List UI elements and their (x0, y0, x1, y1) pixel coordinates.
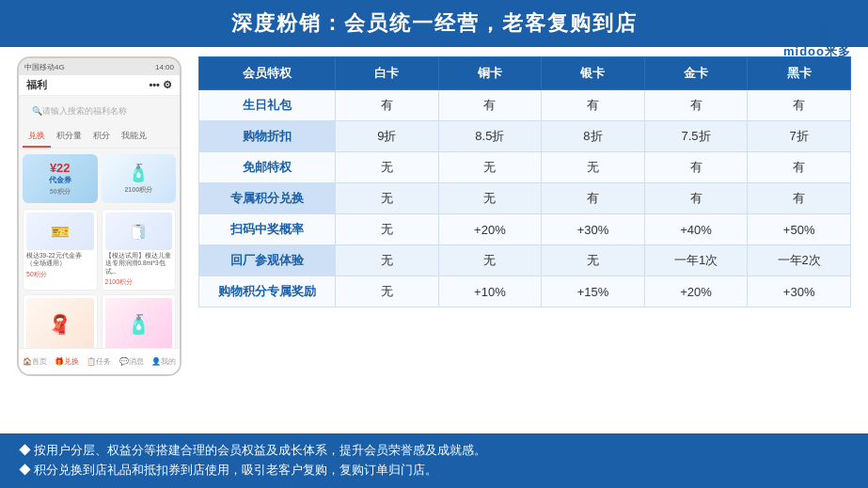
phone-carrier: 中国移动4G (24, 62, 65, 72)
table-cell-feature: 购物折扣 (199, 121, 336, 152)
table-cell-value: 一年2次 (748, 245, 851, 276)
table-cell-value: 无 (438, 245, 542, 276)
phone-nav-exchange[interactable]: 🎁兑换 (55, 356, 79, 367)
table-row: 专属积分兑换无无有有有 (199, 183, 851, 214)
table-cell-value: +30% (542, 214, 645, 245)
svg-point-0 (822, 9, 831, 19)
phone-card-coupon[interactable]: ¥22 代金券 50积分 (23, 154, 98, 203)
phone-tab-redeemable[interactable]: 我能兑 (116, 126, 152, 148)
table-cell-value: 有 (438, 90, 542, 121)
table-cell-feature: 生日礼包 (199, 90, 336, 121)
phone-tabs: 兑换 积分量 积分 我能兑 (19, 126, 180, 149)
table-cell-value: 有 (542, 183, 645, 214)
table-cell-value: 无 (542, 245, 645, 276)
table-cell-value: 7折 (748, 121, 851, 152)
phone-bottom-nav: 🏠首页 🎁兑换 📋任务 💬消息 👤我的 (19, 348, 180, 374)
phone-nav-title: 福利 (26, 78, 47, 92)
th-black-card: 黑卡 (748, 57, 851, 90)
table-cell-value: 无 (336, 214, 439, 245)
svg-line-5 (827, 23, 832, 24)
phone-product-big-img-2: 🧴 (105, 298, 173, 350)
phone-time: 14:00 (155, 63, 174, 71)
table-cell-value: 无 (438, 183, 542, 214)
phone-nav-bar: 福利 ••• ⚙ (19, 75, 180, 96)
svg-line-3 (823, 32, 829, 39)
th-white-card: 白卡 (336, 57, 439, 90)
table-cell-value: 无 (336, 183, 439, 214)
phone-card-product[interactable]: 🧴 2100积分 (102, 154, 177, 203)
table-cell-feature: 购物积分专属奖励 (199, 276, 336, 307)
phone-product-desc-2: 【模达试用】模达儿童送专用润滑0.8ml*3包试... (105, 252, 173, 275)
table-cell-value: +40% (644, 214, 748, 245)
th-feature: 会员特权 (199, 57, 336, 90)
phone-card-price: ¥22 (50, 161, 71, 175)
table-header-row: 会员特权 白卡 铜卡 银卡 金卡 黑卡 (199, 57, 851, 90)
phone-tab-points[interactable]: 积分 (87, 126, 116, 148)
logo-area: midoo米多 (783, 8, 851, 60)
table-body: 生日礼包有有有有有购物折扣9折8.5折8折7.5折7折免邮特权无无无有有专属积分… (199, 90, 851, 307)
table-cell-value: 有 (644, 90, 748, 121)
table-row: 生日礼包有有有有有 (199, 90, 851, 121)
page-title: 深度粉销：会员统一经营，老客复购到店 (231, 11, 638, 35)
phone-card-points: 50积分 (50, 187, 71, 197)
table-cell-value: 有 (336, 90, 439, 121)
phone-card-product-points: 2100积分 (124, 185, 152, 195)
search-placeholder: 请输入搜索的福利名称 (42, 105, 127, 118)
table-cell-value: 有 (644, 152, 748, 183)
phone-mockup: 中国移动4G 14:00 福利 ••• ⚙ 🔍 请输入搜索的福利名称 兑换 积分… (17, 56, 181, 376)
table-cell-value: 有 (748, 90, 851, 121)
th-gold-card: 金卡 (644, 57, 748, 90)
table-cell-value: 8.5折 (438, 121, 542, 152)
phone-product-row: 🎫 模达39-22元代金券（全场通用） 50积分 🧻 【模达试用】模达儿童送专用… (19, 209, 180, 294)
phone-product-big-img-1: 🧣 (26, 298, 94, 350)
phone-card-product-icon: 🧴 (128, 163, 149, 183)
phone-nav-message[interactable]: 💬消息 (119, 356, 144, 367)
table-row: 扫码中奖概率无+20%+30%+40%+50% (199, 214, 851, 245)
page-header: 深度粉销：会员统一经营，老客复购到店 (0, 0, 868, 47)
members-table: 会员特权 白卡 铜卡 银卡 金卡 黑卡 生日礼包有有有有有购物折扣9折8.5折8… (198, 56, 851, 307)
phone-card-label: 代金券 (49, 175, 71, 185)
phone-product-img-2: 🧻 (105, 213, 173, 250)
phone-nav-task[interactable]: 📋任务 (87, 356, 111, 367)
phone-product-points-1: 50积分 (26, 270, 94, 279)
phone-search-bar[interactable]: 🔍 请输入搜索的福利名称 (24, 101, 174, 121)
phone-product-card-1[interactable]: 🎫 模达39-22元代金券（全场通用） 50积分 (23, 209, 98, 291)
footer: 按用户分层、权益分等搭建合理的会员权益及成长体系，提升会员荣誉感及成就感。 积分… (0, 433, 868, 489)
phone-nav-mine[interactable]: 👤我的 (151, 356, 176, 367)
table-cell-value: 有 (748, 183, 851, 214)
table-row: 回厂参观体验无无无一年1次一年2次 (199, 245, 851, 276)
table-cell-value: 7.5折 (644, 121, 748, 152)
table-cell-value: +15% (542, 276, 645, 307)
phone-nav-home[interactable]: 🏠首页 (23, 356, 47, 367)
phone-cards: ¥22 代金券 50积分 🧴 2100积分 (19, 149, 180, 209)
table-row: 免邮特权无无无有有 (199, 152, 851, 183)
table-cell-value: 有 (644, 183, 748, 214)
table-cell-value: +30% (748, 276, 851, 307)
table-area: 会员特权 白卡 铜卡 银卡 金卡 黑卡 生日礼包有有有有有购物折扣9折8.5折8… (198, 56, 851, 376)
table-cell-value: +50% (748, 214, 851, 245)
phone-product-card-2[interactable]: 🧻 【模达试用】模达儿童送专用润滑0.8ml*3包试... 2100积分 (102, 209, 177, 291)
footer-item-1: 按用户分层、权益分等搭建合理的会员权益及成长体系，提升会员荣誉感及成就感。 (19, 441, 849, 461)
th-bronze-card: 铜卡 (438, 57, 542, 90)
table-cell-feature: 免邮特权 (199, 152, 336, 183)
phone-tab-points-amount[interactable]: 积分量 (51, 126, 87, 148)
search-icon: 🔍 (32, 106, 42, 116)
table-row: 购物折扣9折8.5折8折7.5折7折 (199, 121, 851, 152)
main-content: 中国移动4G 14:00 福利 ••• ⚙ 🔍 请输入搜索的福利名称 兑换 积分… (0, 47, 868, 376)
phone-status-bar: 中国移动4G 14:00 (19, 58, 180, 75)
logo-text: midoo米多 (783, 43, 851, 60)
table-cell-value: 无 (542, 152, 645, 183)
table-cell-value: 无 (438, 152, 542, 183)
footer-item-2: 积分兑换到店礼品和抵扣券到店使用，吸引老客户复购，复购订单归门店。 (19, 461, 849, 480)
table-row: 购物积分专属奖励无+10%+15%+20%+30% (199, 276, 851, 307)
table-cell-value: 9折 (336, 121, 439, 152)
phone-tab-exchange[interactable]: 兑换 (23, 126, 51, 148)
phone-product-points-2: 2100积分 (105, 277, 173, 287)
table-cell-value: 无 (336, 245, 439, 276)
phone-nav-icons: ••• ⚙ (149, 79, 172, 91)
table-cell-value: 一年1次 (644, 245, 748, 276)
table-cell-feature: 专属积分兑换 (199, 183, 336, 214)
table-cell-value: 无 (336, 152, 439, 183)
table-cell-value: +20% (644, 276, 748, 307)
table-cell-value: 无 (336, 276, 439, 307)
